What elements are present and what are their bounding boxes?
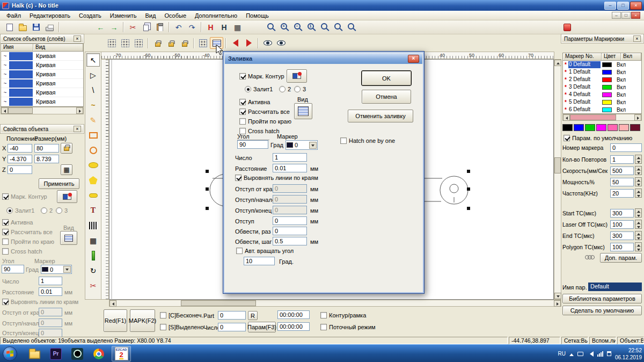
zoom-selected-button[interactable] [330, 21, 343, 33]
hatch-preview-button-panel[interactable] [60, 231, 77, 245]
cross-hatch-checkbox-panel[interactable]: Cross hatch [2, 248, 42, 255]
scroll-left-arrow[interactable] [109, 300, 116, 307]
menu-help[interactable]: Помощь [241, 12, 273, 19]
marker-number-input[interactable] [610, 143, 642, 152]
scrollbar-thumb[interactable] [181, 300, 256, 306]
calc-all-checkbox[interactable]: Рассчитать все [239, 108, 290, 115]
mirror-vertical-button[interactable] [242, 37, 255, 49]
scrollbar-thumb[interactable] [570, 114, 616, 120]
angle-input[interactable] [237, 140, 268, 149]
menu-file[interactable]: Файл [2, 12, 25, 19]
palette-swatch[interactable] [608, 124, 618, 131]
marker-combo-panel[interactable]: 0 [41, 265, 72, 274]
speed-input[interactable] [610, 166, 634, 175]
canvas-hscrollbar[interactable] [109, 300, 561, 307]
scroll-right-arrow[interactable] [554, 300, 561, 307]
part-count-input[interactable] [218, 311, 246, 320]
active-checkbox[interactable]: Активна [239, 99, 270, 106]
taskbar-camera-app-button[interactable] [68, 346, 87, 361]
align-lines-checkbox-panel[interactable]: Выровнять линии по краям [2, 299, 84, 306]
fill3-radio-panel[interactable]: 3 [56, 207, 68, 214]
palette-swatch[interactable] [585, 124, 595, 131]
mdi-minimize-button[interactable]: – [612, 12, 621, 19]
scroll-left-arrow[interactable] [1, 107, 8, 114]
tool-pill-button[interactable] [86, 189, 100, 202]
repeat-count-input[interactable] [610, 155, 634, 164]
marker-row[interactable]: *0 DefaultВкл [563, 61, 641, 68]
tool-node-edit-button[interactable]: ▷ [86, 68, 100, 82]
tool-pencil-button[interactable]: ✎ [86, 113, 100, 127]
aux-lines-status[interactable]: Вспом.ли [589, 337, 616, 344]
power-input[interactable] [610, 178, 634, 186]
canvas-vscrollbar[interactable] [554, 59, 561, 300]
auto-rotate-checkbox[interactable]: Авт. вращать угол [236, 248, 294, 255]
count-input-panel[interactable] [39, 277, 62, 285]
param-library-button[interactable]: Библиотека параметров [562, 294, 642, 303]
tool-matrix-button[interactable]: ▦ [86, 234, 100, 247]
taskbar-explorer-button[interactable] [25, 346, 44, 361]
undo-fill-button[interactable]: Отменить заливку [348, 110, 413, 122]
maximize-button[interactable]: □ [617, 2, 629, 10]
tool-curve-button[interactable]: ~ [86, 98, 100, 112]
volume-icon[interactable] [587, 351, 594, 357]
redo-button[interactable]: ↷ [185, 21, 199, 33]
fill3-radio[interactable]: 3 [294, 86, 306, 93]
forward-button[interactable]: → [107, 21, 121, 33]
end-tc-input[interactable] [610, 231, 634, 240]
dialog-close-button[interactable]: × [408, 55, 419, 63]
taskbar-ezcad-button[interactable]: EZCAD 2 [112, 346, 131, 361]
start-offset-input[interactable] [273, 195, 307, 204]
laser-off-tc-input[interactable] [610, 220, 634, 229]
taskbar-premiere-button[interactable]: Pr [46, 346, 65, 361]
marker-combo[interactable]: 0 [286, 140, 318, 150]
mark-contour-preview-button[interactable] [287, 69, 307, 83]
menu-modify[interactable]: Изменить [106, 12, 141, 19]
tool-trim-button[interactable]: ✂ [86, 279, 100, 292]
lock-button-3[interactable] [178, 37, 191, 49]
minimize-button[interactable]: – [604, 2, 616, 10]
dialog-titlebar[interactable]: Заливка × [225, 53, 422, 64]
menu-create[interactable]: Создать [75, 12, 106, 19]
marker-row[interactable]: *2 DefaultВкл [563, 76, 641, 83]
marker-row[interactable]: *4 DefaultВкл [563, 91, 641, 98]
preview-eye-button-2[interactable] [274, 37, 288, 49]
zoom-out-button[interactable]: − [289, 21, 303, 33]
follow-edge-checkbox[interactable]: Пройти по краю [239, 118, 291, 125]
scroll-up-arrow[interactable] [554, 60, 561, 66]
palette-swatch[interactable] [596, 124, 606, 131]
back-button[interactable]: ← [94, 21, 107, 33]
spinner[interactable] [635, 208, 642, 218]
param-f3-button[interactable]: Парам(F3) [248, 322, 276, 332]
align-lines-checkbox[interactable]: Выровнять линии по краям [235, 175, 318, 182]
outline-step-input[interactable] [273, 237, 307, 245]
fill2-radio[interactable]: 2 [279, 86, 291, 93]
lock-button-2[interactable] [164, 37, 178, 49]
active-checkbox-panel[interactable]: Активна [2, 219, 33, 226]
copy-button[interactable] [140, 21, 153, 33]
spinner[interactable] [635, 155, 642, 164]
marker-row[interactable]: *6 DefaultВкл [563, 106, 641, 113]
scroll-right-arrow[interactable] [76, 107, 83, 114]
param-name-field[interactable]: Default [588, 283, 642, 291]
column-color[interactable]: Цвет [602, 53, 621, 60]
preview-eye-button-1[interactable] [261, 37, 274, 49]
close-button[interactable]: × [630, 2, 642, 10]
column-name[interactable]: Имя [1, 44, 33, 51]
lock-button-1[interactable] [151, 37, 164, 49]
fill1-radio-panel[interactable]: Залит1 [6, 207, 34, 214]
hatch-one-by-one-checkbox[interactable]: Hatch one by one [340, 137, 395, 144]
column-view[interactable]: Вид [33, 44, 83, 51]
zoom-all-button[interactable] [316, 21, 330, 33]
mark-contour-checkbox-panel[interactable]: Марк. Контур [2, 193, 47, 200]
marker-row[interactable]: *5 DefaultВкл [563, 98, 641, 106]
palette-swatch[interactable] [574, 124, 584, 131]
distance-input[interactable] [273, 164, 307, 172]
default-param-checkbox[interactable]: Парам. по умолчанию [564, 135, 632, 142]
save-file-button[interactable] [30, 21, 43, 33]
x-position-input[interactable] [8, 144, 32, 153]
hidden-icons-caret[interactable] [569, 351, 574, 356]
menu-special[interactable]: Особые [160, 12, 191, 19]
paste-button[interactable] [153, 21, 166, 33]
mdi-restore-button[interactable]: □ [621, 12, 631, 19]
keyboard-icon[interactable] [577, 352, 583, 356]
